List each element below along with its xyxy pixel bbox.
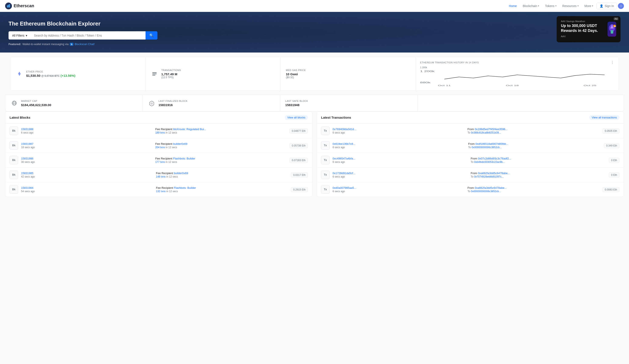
tx-item: Tx 0x61fee136b7c8... 6 secs ago From 0xd… <box>317 138 624 153</box>
tx-item: Tx 0x1728d91da5cf... 6 secs ago From 0xa… <box>317 168 624 182</box>
main-content: Latest Blocks View all blocks Bk 1583198… <box>0 112 629 202</box>
ad-banner[interactable]: Ad AAX Savings Marathon Up to 300,000 US… <box>557 16 621 42</box>
tx-time-4: 6 secs ago <box>332 190 465 193</box>
stat-market-cap: MARKET CAP $184,458,622,539.00 <box>5 95 143 111</box>
tx-time-1: 6 secs ago <box>332 146 465 149</box>
finalized-icon <box>148 99 156 107</box>
nav-tokens[interactable]: Tokens ▾ <box>542 2 559 9</box>
tx-badge-2: Tx <box>321 156 330 164</box>
block-num-4[interactable]: 15831984 <box>21 186 153 189</box>
block-num-2[interactable]: 15831986 <box>21 157 152 160</box>
transactions-icon <box>151 70 158 78</box>
featured-bar: Featured: Wallet-to-wallet instant messa… <box>8 42 621 46</box>
block-txns-3[interactable]: 148 txns <box>156 175 165 178</box>
tx-badge-1: Tx <box>321 141 330 150</box>
stat-transactions: TRANSACTIONS 1,757.49 M (12.5 TPS) <box>146 57 281 91</box>
block-recipient-2[interactable]: Flashbots: Builder <box>173 157 195 160</box>
ad-text: AAX Savings Marathon Up to 300,000 USDT … <box>561 20 604 38</box>
nav-more[interactable]: More ▾ <box>582 2 596 9</box>
svg-text:Oct 25: Oct 25 <box>584 84 597 87</box>
stat-ether-price: ETHER PRICE $1,530.50 @ 0.07416 BTC (+13… <box>10 57 146 91</box>
chart-title: ETHEREUM TRANSACTION HISTORY IN 14 DAYS … <box>420 60 614 64</box>
tx-to-1[interactable]: 0x00000000006c3852cb... <box>472 146 501 149</box>
tx-to-4[interactable]: 0x00000000006c3852cb... <box>471 190 501 193</box>
stat-gas: MED GAS PRICE 10 Gwei ($0.32) <box>281 57 416 91</box>
svg-rect-11 <box>152 72 157 73</box>
nav-home[interactable]: Home <box>506 2 519 9</box>
nav-blockchain[interactable]: Blockchain ▾ <box>520 2 542 9</box>
block-recipient-1[interactable]: builder0x69 <box>173 142 187 145</box>
tx-from-2[interactable]: 0x07c2d86d93c3c76adf2... <box>478 157 511 160</box>
block-txns-1[interactable]: 204 txns <box>155 146 165 149</box>
block-txns-2[interactable]: 177 txns <box>155 160 165 163</box>
block-item: Bk 15831987 18 secs ago Fee Recipient bu… <box>5 138 312 153</box>
resources-chevron: ▾ <box>578 5 579 7</box>
block-amount-3: 0.0317 Eth <box>291 172 308 178</box>
view-all-txns[interactable]: View all transactions <box>589 115 620 120</box>
gas-label: MED GAS PRICE <box>286 69 410 71</box>
tx-badge-0: Tx <box>321 126 330 135</box>
tx-hash-2[interactable]: 0xc496547a4bfa... <box>332 157 468 160</box>
tx-to-0[interactable]: 0x388c818ca8b9251b39... <box>471 131 501 134</box>
ad-brand: AAX Savings Marathon <box>561 20 604 22</box>
tx-hash-3[interactable]: 0x1728d91da5cf... <box>332 172 468 175</box>
tx-from-1[interactable]: 0xdf186518a6907d85fbb... <box>475 142 508 145</box>
tx-hash-0[interactable]: 0x769408da3d1d... <box>332 127 465 131</box>
view-all-blocks[interactable]: View all blocks <box>285 115 308 120</box>
block-recipient-4[interactable]: Flashbots: Builder <box>174 186 196 189</box>
block-badge-2: Bk <box>9 156 18 164</box>
tx-from-3[interactable]: 0xa662fa3dd5c6478abe... <box>478 172 510 175</box>
search-input[interactable] <box>31 31 146 40</box>
tx-sub: (12.5 TPS) <box>161 76 275 79</box>
block-recipient-0[interactable]: bloXroute: Regulated Bui... <box>173 127 206 131</box>
blocks-title: Latest Blocks <box>9 116 30 119</box>
chart-y-high: 1 200k <box>420 66 427 69</box>
tx-item: Tx 0xc496547a4bfa... 6 secs ago From 0x0… <box>317 153 624 168</box>
block-num-1[interactable]: 15831987 <box>21 142 152 145</box>
tx-hash-4[interactable]: 0xd0a007985aa5... <box>332 186 465 189</box>
block-amount-2: 0.07283 Eth <box>289 158 308 163</box>
tx-from-4[interactable]: 0xa662fa3dd5c6478abe... <box>475 186 507 189</box>
block-time-1: 18 secs ago <box>21 146 152 149</box>
tx-to-2[interactable]: 0xb4fedc003053c22ac8b... <box>474 160 505 163</box>
transaction-chart-svg: 1 200k 880k Oct 11 Oct 18 Oct 25 <box>420 70 614 87</box>
search-row: All Filters ▾ 🔍 <box>8 31 157 40</box>
nav-resources[interactable]: Resources ▾ <box>560 2 581 9</box>
tx-amount-2: 0 Eth <box>609 158 620 163</box>
svg-rect-0 <box>7 5 8 7</box>
tx-chart: ETHEREUM TRANSACTION HISTORY IN 14 DAYS … <box>416 57 619 91</box>
logo[interactable]: Etherscan <box>5 2 34 9</box>
tx-hash-1[interactable]: 0x61fee136b7c8... <box>332 142 465 145</box>
blockscan-chat-link[interactable]: Blockscan Chat! <box>75 42 95 46</box>
svg-text:880k: 880k <box>420 81 431 84</box>
block-item: Bk 15831986 30 secs ago Fee Recipient Fl… <box>5 153 312 168</box>
search-button[interactable]: 🔍 <box>146 31 157 40</box>
ether-price-label: ETHER PRICE <box>26 70 140 73</box>
tx-amount-3: 0 Eth <box>609 172 620 178</box>
block-txns-0[interactable]: 189 txns <box>155 131 165 134</box>
blocks-card-header: Latest Blocks View all blocks <box>5 112 312 123</box>
latest-blocks-card: Latest Blocks View all blocks Bk 1583198… <box>5 112 312 197</box>
block-recipient-3[interactable]: builder0x69 <box>174 172 188 175</box>
main-nav: Home Blockchain ▾ Tokens ▾ Resources ▾ M… <box>506 2 624 9</box>
block-amount-4: 0.2915 Eth <box>291 187 308 192</box>
hero-title: The Ethereum Blockchain Explorer <box>8 20 621 27</box>
sign-in-button[interactable]: 👤 Sign In <box>597 3 617 9</box>
market-cap-label: MARKET CAP <box>21 100 138 102</box>
filter-button[interactable]: All Filters ▾ <box>8 31 31 40</box>
tx-to-3[interactable]: 0x707491fbeb8d91097c... <box>474 175 504 178</box>
svg-rect-5 <box>611 30 613 34</box>
finalized-value: 15831916 <box>158 103 275 107</box>
block-time-3: 42 secs ago <box>21 175 153 178</box>
block-num-0[interactable]: 15831988 <box>21 127 152 131</box>
tx-time-3: 6 secs ago <box>332 175 468 178</box>
block-item: Bk 15831988 6 secs ago Fee Recipient blo… <box>5 123 312 138</box>
eth-network-icon[interactable]: ⬡ <box>618 3 624 9</box>
chart-more-icon[interactable]: ⋮ <box>611 60 614 64</box>
tx-from-0[interactable]: 0x199d5ed7f45f4ee3596... <box>475 127 508 131</box>
block-txns-4[interactable]: 132 txns <box>156 190 165 193</box>
svg-marker-23 <box>151 102 153 105</box>
tokens-chevron: ▾ <box>555 5 556 7</box>
block-num-3[interactable]: 15831985 <box>21 172 153 175</box>
latest-transactions-card: Latest Transactions View all transaction… <box>317 112 624 197</box>
